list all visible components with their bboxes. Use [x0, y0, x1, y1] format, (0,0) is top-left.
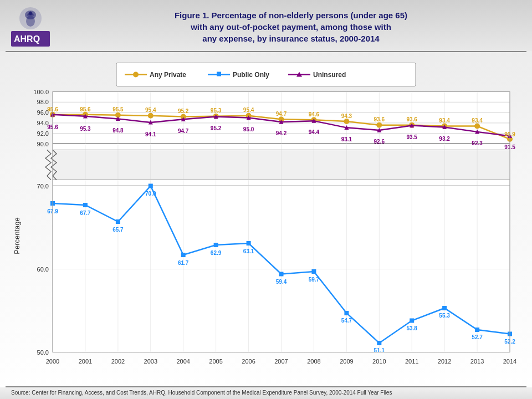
svg-text:2004: 2004: [176, 358, 190, 365]
svg-rect-87: [279, 272, 284, 277]
svg-text:53.8: 53.8: [406, 325, 417, 331]
svg-text:62.9: 62.9: [211, 250, 222, 256]
svg-text:93.6: 93.6: [374, 116, 385, 122]
y-axis-label: Percentage: [13, 217, 21, 254]
svg-text:AHRQ: AHRQ: [14, 34, 40, 44]
svg-text:94.1: 94.1: [145, 131, 156, 137]
svg-text:92.6: 92.6: [374, 139, 385, 145]
svg-text:Public Only: Public Only: [233, 71, 269, 79]
svg-rect-91: [410, 319, 414, 323]
svg-text:61.7: 61.7: [178, 260, 189, 266]
svg-text:2014: 2014: [503, 358, 516, 365]
svg-rect-84: [181, 253, 186, 257]
svg-text:95.2: 95.2: [211, 125, 222, 131]
svg-text:2012: 2012: [438, 358, 451, 365]
svg-rect-86: [247, 241, 251, 245]
svg-text:94.4: 94.4: [309, 129, 320, 135]
chart-container: Percentage (break area): [0, 52, 532, 386]
svg-rect-90: [377, 341, 381, 345]
svg-text:54.7: 54.7: [341, 318, 352, 324]
svg-text:94.6: 94.6: [309, 111, 320, 117]
svg-text:2010: 2010: [372, 358, 386, 365]
svg-text:2002: 2002: [111, 358, 125, 365]
svg-text:2008: 2008: [307, 358, 320, 365]
svg-text:52.7: 52.7: [472, 334, 483, 340]
svg-point-78: [474, 124, 480, 129]
svg-text:2003: 2003: [144, 358, 157, 365]
svg-text:93.6: 93.6: [406, 116, 417, 122]
svg-point-4: [29, 12, 32, 15]
svg-text:90.0: 90.0: [37, 141, 49, 147]
svg-text:2005: 2005: [209, 358, 222, 365]
svg-rect-83: [149, 184, 153, 188]
svg-text:95.0: 95.0: [243, 126, 254, 132]
svg-text:2009: 2009: [340, 358, 353, 365]
svg-text:95.3: 95.3: [211, 108, 222, 114]
svg-text:70.0: 70.0: [37, 183, 49, 190]
svg-point-74: [344, 119, 349, 124]
logo-area: AHRQ: [11, 7, 50, 47]
title-line3: any expense, by insurance status, 2000-2…: [202, 34, 379, 43]
svg-rect-88: [311, 269, 316, 274]
header: AHRQ Figure 1. Percentage of non-elderly…: [0, 0, 532, 51]
svg-text:93.4: 93.4: [439, 117, 450, 124]
svg-text:94.8: 94.8: [112, 127, 124, 134]
svg-text:2006: 2006: [242, 358, 255, 365]
svg-text:93.5: 93.5: [406, 134, 417, 140]
svg-text:93.4: 93.4: [472, 117, 483, 124]
svg-text:95.3: 95.3: [80, 126, 91, 132]
ahrq-logo: AHRQ: [11, 31, 50, 47]
svg-text:94.7: 94.7: [276, 111, 287, 117]
source-text: Source: Center for Financing, Access, an…: [11, 390, 392, 396]
svg-text:95.2: 95.2: [178, 108, 189, 114]
svg-text:95.4: 95.4: [145, 107, 156, 113]
footer: Source: Center for Financing, Access, an…: [0, 387, 532, 399]
svg-rect-81: [83, 203, 88, 207]
svg-point-157: [133, 72, 139, 78]
chart-svg: Percentage (break area): [11, 55, 521, 383]
svg-text:92.3: 92.3: [472, 140, 483, 146]
svg-text:94.7: 94.7: [178, 128, 189, 134]
svg-text:59.7: 59.7: [309, 277, 320, 283]
svg-text:70.0: 70.0: [145, 191, 156, 197]
title-line2: with any out-of-pocket payment, among th…: [191, 22, 391, 32]
svg-text:55.3: 55.3: [439, 313, 450, 319]
svg-rect-92: [442, 306, 447, 310]
svg-text:95.4: 95.4: [243, 107, 254, 113]
svg-text:100.0: 100.0: [33, 89, 49, 95]
svg-text:2001: 2001: [79, 358, 92, 365]
svg-text:94.3: 94.3: [341, 113, 352, 119]
svg-text:94.2: 94.2: [276, 130, 287, 136]
svg-text:2011: 2011: [405, 358, 418, 365]
svg-text:65.7: 65.7: [112, 227, 124, 233]
svg-rect-85: [214, 243, 218, 247]
svg-text:93.2: 93.2: [439, 136, 450, 142]
svg-text:60.0: 60.0: [37, 266, 49, 273]
page: AHRQ Figure 1. Percentage of non-elderly…: [0, 0, 532, 399]
svg-text:Any Private: Any Private: [150, 71, 186, 79]
svg-text:95.5: 95.5: [112, 106, 124, 112]
svg-text:95.6: 95.6: [80, 106, 91, 112]
svg-text:Uninsured: Uninsured: [313, 71, 346, 79]
main-title: Figure 1. Percentage of non-elderly pers…: [61, 9, 521, 44]
svg-text:98.0: 98.0: [37, 99, 49, 105]
svg-rect-160: [217, 72, 221, 76]
svg-text:59.4: 59.4: [276, 279, 287, 285]
svg-rect-89: [344, 311, 349, 315]
svg-point-75: [376, 122, 382, 128]
svg-point-2: [26, 16, 35, 27]
svg-text:2007: 2007: [274, 358, 288, 365]
svg-text:2013: 2013: [470, 358, 484, 365]
title-area: Figure 1. Percentage of non-elderly pers…: [61, 9, 521, 44]
svg-text:92.0: 92.0: [37, 130, 49, 137]
svg-text:67.7: 67.7: [80, 210, 91, 216]
title-line1: Figure 1. Percentage of non-elderly pers…: [175, 11, 407, 20]
svg-rect-93: [475, 328, 479, 332]
hhs-logo: [19, 7, 42, 30]
svg-point-68: [148, 113, 154, 119]
svg-rect-82: [116, 219, 120, 224]
svg-text:50.0: 50.0: [37, 349, 49, 356]
svg-text:63.1: 63.1: [243, 248, 254, 254]
svg-text:93.1: 93.1: [341, 136, 352, 142]
svg-text:2000: 2000: [46, 358, 59, 365]
